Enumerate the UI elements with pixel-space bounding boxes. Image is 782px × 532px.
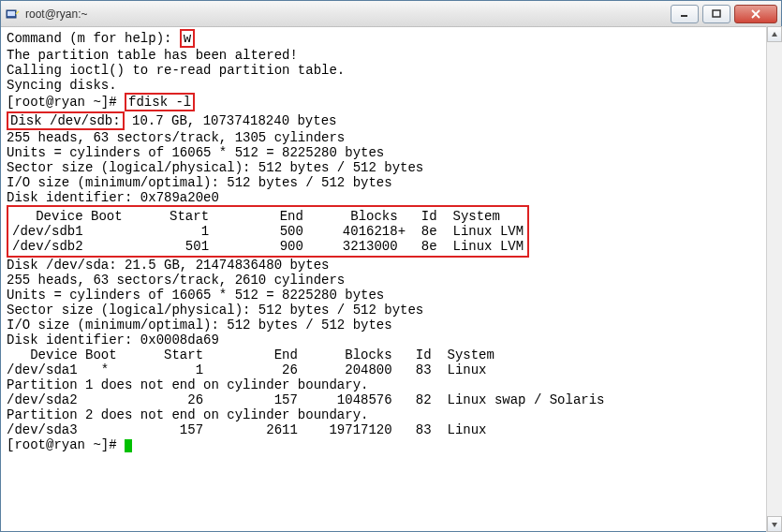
terminal-area[interactable]: Command (m for help): w The partition ta… bbox=[1, 27, 781, 531]
scroll-up-button[interactable] bbox=[767, 26, 782, 42]
terminal-line: Partition 1 does not end on cylinder bou… bbox=[7, 377, 759, 392]
terminal-line: Sector size (logical/physical): 512 byte… bbox=[7, 160, 759, 175]
terminal-line: Syncing disks. bbox=[7, 78, 759, 93]
terminal-line: Disk /dev/sda: 21.5 GB, 21474836480 byte… bbox=[7, 258, 759, 273]
window-controls bbox=[667, 5, 777, 23]
terminal-line: Disk identifier: 0x789a20e0 bbox=[7, 190, 759, 205]
highlight-cmd-w: w bbox=[180, 29, 195, 48]
app-window: root@ryan:~ Command (m for help): w The … bbox=[0, 0, 782, 532]
table-row: /dev/sda3 157 2611 19717120 83 Linux bbox=[7, 422, 759, 437]
terminal-line: Calling ioctl() to re-read partition tab… bbox=[7, 63, 759, 78]
cursor bbox=[125, 439, 132, 452]
minimize-icon bbox=[680, 9, 689, 19]
window-title: root@ryan:~ bbox=[25, 7, 667, 21]
terminal-line: Sector size (logical/physical): 512 byte… bbox=[7, 303, 759, 318]
terminal-line: Units = cylinders of 16065 * 512 = 82252… bbox=[7, 288, 759, 303]
terminal-line: I/O size (minimum/optimal): 512 bytes / … bbox=[7, 318, 759, 332]
svg-marker-8 bbox=[772, 523, 777, 527]
terminal-line: Disk /dev/sdb: 10.7 GB, 10737418240 byte… bbox=[7, 111, 759, 130]
terminal-content: Command (m for help): w The partition ta… bbox=[7, 29, 775, 452]
terminal-line: Units = cylinders of 16065 * 512 = 82252… bbox=[7, 145, 759, 160]
svg-marker-7 bbox=[772, 32, 777, 37]
terminal-line: Partition 2 does not end on cylinder bou… bbox=[7, 407, 759, 422]
highlight-disk-sdb: Disk /dev/sdb: bbox=[7, 111, 125, 130]
svg-rect-4 bbox=[713, 10, 720, 17]
terminal-line: Disk identifier: 0x0008da69 bbox=[7, 332, 759, 347]
prompt-line: [root@ryan ~]# bbox=[7, 437, 759, 452]
close-button[interactable] bbox=[734, 5, 777, 23]
scroll-down-button[interactable] bbox=[767, 516, 782, 532]
terminal-line: Command (m for help): w bbox=[7, 29, 759, 48]
table-header: Device Boot Start End Blocks Id System bbox=[7, 347, 759, 362]
close-icon bbox=[750, 9, 761, 19]
chevron-up-icon bbox=[771, 31, 778, 38]
titlebar[interactable]: root@ryan:~ bbox=[1, 1, 781, 27]
table-row: /dev/sda1 * 1 26 204800 83 Linux bbox=[7, 362, 759, 377]
terminal-line: The partition table has been altered! bbox=[7, 48, 759, 63]
table-row: /dev/sda2 26 157 1048576 82 Linux swap /… bbox=[7, 392, 759, 407]
vertical-scrollbar[interactable] bbox=[766, 26, 782, 532]
chevron-down-icon bbox=[771, 521, 778, 528]
maximize-icon bbox=[712, 9, 721, 19]
highlight-fdisk-cmd: fdisk -l bbox=[125, 93, 195, 111]
table-header: Device Boot Start End Blocks Id System bbox=[12, 209, 524, 224]
terminal-line: I/O size (minimum/optimal): 512 bytes / … bbox=[7, 175, 759, 190]
table-row: /dev/sdb1 1 500 4016218+ 8e Linux LVM bbox=[12, 224, 524, 239]
svg-rect-1 bbox=[7, 11, 15, 16]
terminal-line: 255 heads, 63 sectors/track, 2610 cylind… bbox=[7, 273, 759, 288]
highlight-partition-table-sdb: Device Boot Start End Blocks Id System /… bbox=[7, 205, 529, 258]
terminal-line: [root@ryan ~]# fdisk -l bbox=[7, 93, 759, 111]
minimize-button[interactable] bbox=[671, 5, 699, 23]
terminal-line: 255 heads, 63 sectors/track, 1305 cylind… bbox=[7, 130, 759, 145]
scroll-track[interactable] bbox=[767, 42, 782, 516]
table-row: /dev/sdb2 501 900 3213000 8e Linux LVM bbox=[12, 239, 524, 254]
putty-icon bbox=[5, 7, 20, 22]
maximize-button[interactable] bbox=[702, 5, 730, 23]
